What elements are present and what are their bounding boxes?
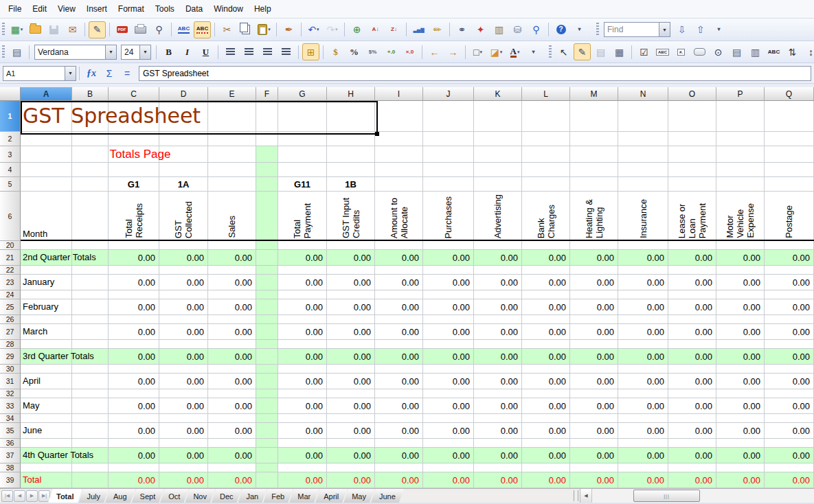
cell-P37[interactable]: 0.00 [716,448,765,463]
open-icon[interactable] [27,21,44,38]
cell-K4[interactable] [474,163,522,177]
cell-L26[interactable] [522,315,570,324]
cell-I38[interactable] [375,463,423,472]
merge-cells-icon[interactable]: ⊞ [302,43,319,60]
cell-M24[interactable] [570,290,618,299]
cell-E23[interactable]: 0.00 [208,275,256,290]
cell-I26[interactable] [375,315,423,324]
new-spreadsheet-icon[interactable]: ▦▾ [8,21,25,38]
cell-D6[interactable]: GST Collected [159,192,208,241]
help-icon[interactable]: ? [552,21,569,38]
label-field-icon[interactable]: ABC [765,43,782,60]
cell-C34[interactable] [109,414,159,423]
format-paintbrush-icon[interactable]: ✒ [280,21,297,38]
align-left-icon[interactable] [222,43,239,60]
menu-help[interactable]: Help [249,1,277,16]
find-toolbar-overflow-icon[interactable]: ▾ [710,21,727,38]
cell-P23[interactable]: 0.00 [716,275,765,290]
font-color-icon-dropdown-icon[interactable]: ▾ [517,49,520,55]
cell-B27[interactable] [72,324,109,340]
find-input-dropdown-icon[interactable]: ▼ [659,23,670,36]
cell-N36[interactable] [618,439,668,448]
cell-Q23[interactable]: 0.00 [765,275,814,290]
row-header-25[interactable]: 25 [0,299,21,315]
email-icon[interactable]: ✉ [64,21,81,38]
cell-A22[interactable] [21,266,72,275]
cell-L25[interactable]: 0.00 [522,299,570,315]
cell-N27[interactable]: 0.00 [618,324,668,340]
cell-C35[interactable]: 0.00 [109,423,159,439]
cell-J39[interactable]: 0.00 [423,472,474,488]
cell-M29[interactable]: 0.00 [570,349,618,365]
cell-Q2[interactable] [765,132,814,146]
cell-B33[interactable] [72,398,109,414]
cell-F24[interactable] [256,290,278,299]
cell-D38[interactable] [159,463,208,472]
cell-G24[interactable] [278,290,327,299]
toolbar-overflow-icon[interactable]: ▾ [571,21,588,38]
cell-P34[interactable] [716,414,765,423]
cell-Q28[interactable] [765,340,814,349]
function-equals-icon[interactable]: = [118,65,136,82]
export-pdf-icon[interactable]: PDF [113,21,131,38]
horizontal-scrollbar-thumb[interactable]: ||| [633,490,700,502]
copy-icon[interactable] [237,21,254,38]
cell-L30[interactable] [522,365,570,374]
cell-F5[interactable] [256,177,278,192]
row-header-35[interactable]: 35 [0,423,21,439]
cell-H5[interactable]: 1B [327,177,375,192]
cell-J20[interactable] [423,241,474,250]
row-header-32[interactable]: 32 [0,389,21,398]
cell-D34[interactable] [159,414,208,423]
row-header-28[interactable]: 28 [0,340,21,349]
cell-F26[interactable] [256,315,278,324]
cell-K33[interactable]: 0.00 [474,398,522,414]
formatted-field-icon[interactable]: #. [672,43,690,60]
cell-A30[interactable] [21,365,72,374]
cell-I36[interactable] [375,439,423,448]
cell-I22[interactable] [375,266,423,275]
cell-F39[interactable] [256,472,278,488]
row-header-31[interactable]: 31 [0,374,21,389]
cell-A23[interactable]: January [21,275,72,290]
row-header-26[interactable]: 26 [0,315,21,324]
cell-K22[interactable] [474,266,522,275]
next-sheet-icon[interactable]: ▶ [26,490,38,502]
italic-icon[interactable]: I [179,43,196,60]
cell-L36[interactable] [522,439,570,448]
cell-D4[interactable] [159,163,208,177]
cell-M36[interactable] [570,439,618,448]
cell-D28[interactable] [159,340,208,349]
cell-B28[interactable] [72,340,109,349]
cell-J1[interactable] [423,101,474,132]
column-header-D[interactable]: D [159,87,208,101]
cell-E22[interactable] [208,266,256,275]
cell-N31[interactable]: 0.00 [618,374,668,389]
cell-C24[interactable] [109,290,159,299]
cell-M27[interactable]: 0.00 [570,324,618,340]
cell-O1[interactable] [668,101,716,132]
cell-D23[interactable]: 0.00 [159,275,208,290]
cell-F6[interactable] [256,192,278,241]
cell-A37[interactable]: 4th Quarter Totals [21,448,72,463]
cell-P24[interactable] [716,290,765,299]
cell-A33[interactable]: May [21,398,72,414]
cell-H24[interactable] [327,290,375,299]
cell-K34[interactable] [474,414,522,423]
cell-H29[interactable]: 0.00 [327,349,375,365]
row-header-20[interactable]: 20 [0,241,21,250]
cell-B31[interactable] [72,374,109,389]
row-header-23[interactable]: 23 [0,275,21,290]
cell-A39[interactable]: Total [21,472,72,488]
cell-Q29[interactable]: 0.00 [765,349,814,365]
cell-M28[interactable] [570,340,618,349]
cell-I1[interactable] [375,101,423,132]
cell-O2[interactable] [668,132,716,146]
menu-window[interactable]: Window [208,1,249,16]
cell-G26[interactable] [278,315,327,324]
cell-N5[interactable] [618,177,668,192]
cell-E28[interactable] [208,340,256,349]
cell-E4[interactable] [208,163,256,177]
cell-E39[interactable]: 0.00 [208,472,256,488]
cell-N20[interactable] [618,241,668,250]
